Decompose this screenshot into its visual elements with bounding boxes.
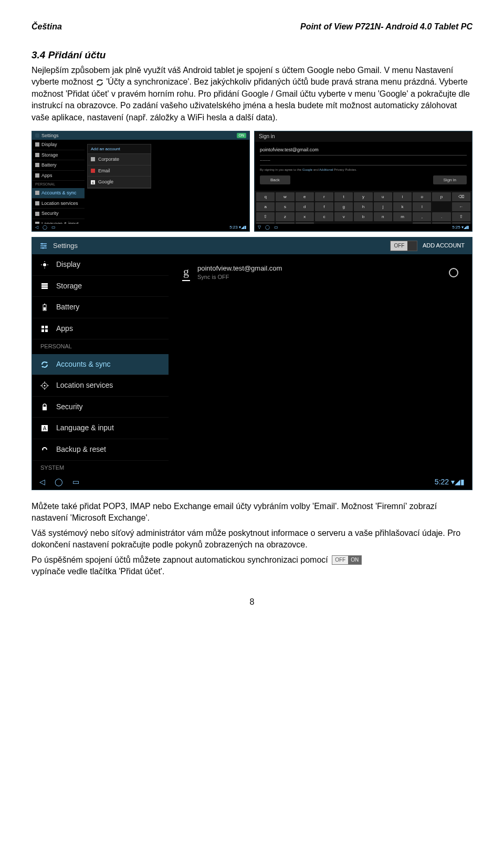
key[interactable]: m: [393, 212, 412, 221]
popup-option-corporate[interactable]: Corporate: [88, 154, 151, 165]
key[interactable]: n: [374, 212, 392, 221]
key[interactable]: ⇧: [256, 212, 275, 221]
key[interactable]: p: [432, 192, 450, 201]
settings-title: Settings: [53, 241, 78, 251]
key[interactable]: y: [354, 192, 372, 201]
key[interactable]: d: [296, 202, 314, 211]
signin-button[interactable]: Sign in: [433, 175, 467, 184]
language-icon: A: [40, 424, 49, 432]
sidebar-item[interactable]: Security: [32, 209, 85, 219]
account-status: Sync is OFF: [197, 273, 282, 281]
sidebar-item[interactable]: Battery: [32, 160, 85, 171]
sliders-icon: [39, 242, 48, 250]
sidebar-item-security[interactable]: Security: [32, 397, 169, 418]
key[interactable]: r: [315, 192, 333, 201]
key[interactable]: w: [276, 192, 294, 201]
sidebar-item[interactable]: Apps: [32, 171, 85, 181]
sidebar-item-display[interactable]: Display: [32, 254, 169, 276]
key[interactable]: l: [413, 202, 431, 211]
home-icon[interactable]: ◯: [265, 224, 270, 230]
key[interactable]: t: [334, 192, 353, 201]
paragraph-admin: Váš systémový nebo síťový administrátor …: [32, 527, 472, 551]
home-icon[interactable]: ◯: [43, 224, 47, 230]
key[interactable]: u: [374, 192, 392, 201]
apps-icon: [35, 173, 39, 178]
recent-icon[interactable]: ▭: [51, 224, 56, 230]
password-field[interactable]: ········: [260, 156, 467, 166]
email-icon: [91, 169, 95, 173]
sidebar-item-location[interactable]: Location services: [32, 375, 169, 397]
sidebar-item-apps[interactable]: Apps: [32, 318, 169, 340]
key[interactable]: j: [374, 202, 392, 211]
sync-toggle[interactable]: OFF: [390, 241, 417, 251]
svg-text:A: A: [43, 426, 47, 431]
nav-bar: ▽◯▭ 5:25 ▾◢▮: [255, 224, 472, 231]
signin-title: Sign in: [255, 131, 472, 142]
svg-rect-10: [41, 287, 48, 289]
key[interactable]: z: [276, 212, 294, 221]
key[interactable]: c: [315, 212, 333, 221]
key[interactable]: v: [334, 212, 353, 221]
recent-icon[interactable]: ▭: [72, 477, 79, 488]
key[interactable]: k: [393, 202, 412, 211]
key[interactable]: ⇧: [452, 212, 470, 221]
terms-link-additional[interactable]: Additional: [319, 168, 333, 171]
settings-sidebar: Display Storage Battery Apps PERSONAL Ac…: [32, 140, 85, 224]
storage-icon: [35, 153, 39, 157]
key[interactable]: h: [354, 202, 372, 211]
key[interactable]: ,: [413, 212, 431, 221]
terms-link-google[interactable]: Google: [302, 168, 312, 171]
popup-option-email[interactable]: Email: [88, 165, 151, 177]
apps-icon: [40, 325, 49, 333]
display-icon: [40, 261, 49, 269]
key[interactable]: b: [354, 212, 372, 221]
key[interactable]: a: [256, 202, 275, 211]
key[interactable]: x: [296, 212, 314, 221]
paragraph-toggle: Po úspěšném spojení účtů můžete zapnout …: [32, 554, 472, 578]
key[interactable]: g: [334, 202, 353, 211]
key[interactable]: o: [413, 192, 431, 201]
email-field[interactable]: pointofview.test@gmail.com: [260, 145, 467, 156]
nav-bar: ◁ ◯ ▭ 5:22 ▾◢▮: [32, 475, 472, 490]
svg-point-1: [45, 245, 46, 246]
key[interactable]: q: [256, 192, 275, 201]
section-title: 3.4 Přidání účtu: [32, 48, 472, 63]
recent-icon[interactable]: ▭: [274, 224, 278, 230]
back-icon[interactable]: ▽: [258, 224, 261, 230]
account-row[interactable]: g pointofview.test@gmail.com Sync is OFF: [182, 264, 458, 282]
on-toggle[interactable]: ON: [237, 133, 247, 138]
sidebar-item-language[interactable]: ALanguage & input: [32, 418, 169, 439]
back-icon[interactable]: ◁: [39, 477, 45, 488]
sidebar-item-accounts[interactable]: Accounts & sync: [32, 188, 85, 199]
sidebar-item-battery[interactable]: Battery: [32, 297, 169, 318]
settings-title: Settings: [41, 132, 59, 139]
key[interactable]: s: [276, 202, 294, 211]
add-account-button[interactable]: ADD ACCOUNT: [423, 242, 465, 250]
sidebar-item-accounts[interactable]: Accounts & sync: [32, 354, 169, 376]
key[interactable]: i: [393, 192, 412, 201]
key[interactable]: f: [315, 202, 333, 211]
lock-icon: [40, 403, 49, 411]
sidebar-item[interactable]: Display: [32, 140, 85, 150]
key[interactable]: ⌫: [452, 192, 470, 201]
sidebar-item[interactable]: Storage: [32, 150, 85, 161]
account-email: pointofview.test@gmail.com: [197, 264, 282, 273]
inline-toggle-icon: OFFON: [332, 555, 362, 565]
key[interactable]: ←: [452, 202, 470, 211]
home-icon[interactable]: ◯: [55, 477, 63, 488]
sync-icon: [96, 78, 104, 87]
svg-rect-17: [45, 329, 48, 332]
back-button[interactable]: Back: [260, 175, 290, 184]
security-icon: [35, 212, 39, 216]
svg-rect-24: [43, 407, 47, 410]
personal-header: PERSONAL: [32, 339, 169, 354]
key[interactable]: .: [432, 212, 450, 221]
back-icon[interactable]: ◁: [35, 224, 38, 230]
popup-option-google[interactable]: gGoogle: [88, 177, 151, 188]
key[interactable]: e: [296, 192, 314, 201]
sidebar-item-backup[interactable]: Backup & reset: [32, 439, 169, 461]
sidebar-item-storage[interactable]: Storage: [32, 276, 169, 297]
sync-icon: [35, 191, 39, 195]
sidebar-item[interactable]: Location services: [32, 199, 85, 209]
google-icon: g: [91, 180, 95, 184]
